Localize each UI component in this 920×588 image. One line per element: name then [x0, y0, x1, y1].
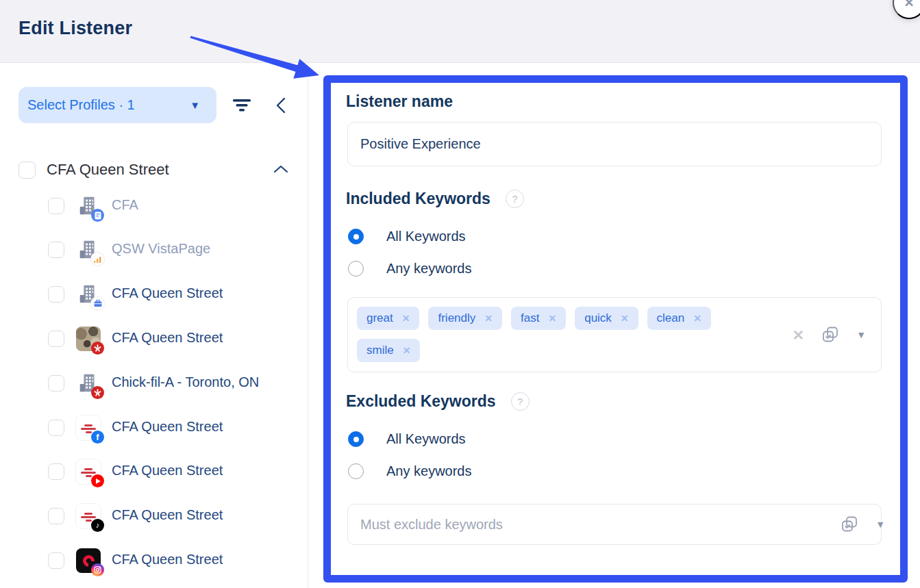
included-keywords-input[interactable]: great✕ friendly✕ fast✕ quick✕ clean✕ smi…	[347, 297, 882, 372]
excluded-keywords-header: Excluded Keywords ?	[346, 392, 530, 411]
radio-label: All Keywords	[386, 229, 466, 244]
included-all-keywords-option[interactable]: All Keywords	[348, 229, 466, 244]
radio-label: Any keywords	[386, 463, 472, 479]
chevron-up-icon[interactable]	[272, 161, 290, 179]
remove-keyword-icon[interactable]: ✕	[621, 313, 629, 324]
instagram-icon	[91, 563, 104, 576]
excluded-keywords-input[interactable]	[347, 504, 882, 545]
profile-label: CFA Queen Street	[112, 507, 223, 523]
keyword-chip: clean✕	[647, 307, 711, 330]
profile-checkbox[interactable]	[48, 508, 64, 524]
profile-label: CFA	[112, 197, 138, 213]
select-profiles-dropdown[interactable]: Select Profiles · 1 ▼	[18, 87, 216, 123]
building-avatar	[76, 282, 101, 307]
excluded-keywords-title: Excluded Keywords	[346, 392, 496, 411]
profile-row[interactable]: CFA Queen Street	[0, 459, 308, 486]
brand-logo-avatar	[76, 459, 101, 484]
radio-selected-icon[interactable]	[348, 229, 364, 244]
profile-checkbox[interactable]	[48, 420, 64, 436]
facebook-icon: f	[91, 431, 104, 444]
profile-row[interactable]: CFA Queen Street	[0, 281, 308, 309]
tiktok-icon: ♪	[91, 519, 104, 532]
remove-keyword-icon[interactable]: ✕	[484, 313, 493, 324]
profile-label: CFA Queen Street	[112, 285, 223, 301]
keyword-chips: great✕ friendly✕ fast✕ quick✕ clean✕ smi…	[357, 307, 771, 362]
brand-logo-avatar: ♪	[76, 504, 101, 528]
help-icon[interactable]: ?	[511, 392, 530, 411]
filter-icon[interactable]	[230, 94, 253, 116]
chevron-down-icon: ▼	[190, 99, 200, 111]
question-glyph: ?	[512, 194, 517, 205]
keyword-chip: quick✕	[575, 307, 638, 330]
radio-label: Any keywords	[386, 261, 472, 277]
remove-keyword-icon[interactable]: ✕	[403, 345, 411, 356]
remove-keyword-icon[interactable]: ✕	[548, 313, 556, 324]
radio-unselected-icon[interactable]	[348, 463, 364, 479]
chip-label: great	[366, 311, 393, 325]
chip-label: quick	[584, 311, 612, 325]
profile-label: CFA Queen Street	[112, 419, 223, 435]
clear-all-icon[interactable]: ✕	[793, 328, 805, 342]
profile-label: QSW VistaPage	[112, 241, 210, 257]
profile-row[interactable]: CFA Queen Street	[0, 326, 308, 353]
profile-row[interactable]: CFA Queen Street	[0, 548, 308, 575]
chip-label: friendly	[438, 311, 475, 325]
edit-listener-dialog: Edit Listener ✕ Select Profiles · 1 ▼ CF	[0, 0, 920, 588]
remove-keyword-icon[interactable]: ✕	[402, 313, 410, 324]
included-keywords-title: Included Keywords	[346, 190, 490, 208]
profile-checkbox[interactable]	[48, 242, 64, 258]
profile-row[interactable]: ♪ CFA Queen Street	[0, 503, 308, 531]
keyword-chip: fast✕	[511, 307, 566, 330]
included-keywords-header: Included Keywords ?	[346, 190, 524, 208]
profile-group-row[interactable]: CFA Queen Street	[0, 157, 308, 185]
profile-label: CFA Queen Street	[112, 552, 223, 567]
profile-row[interactable]: CFA	[0, 193, 308, 220]
brand-logo-avatar: f	[76, 416, 101, 440]
keyword-chip: friendly✕	[428, 307, 502, 330]
question-glyph: ?	[517, 396, 523, 407]
excluded-all-keywords-option[interactable]: All Keywords	[348, 431, 466, 447]
brand-logo-avatar	[76, 548, 101, 573]
copy-keywords-icon[interactable]	[840, 515, 859, 534]
radio-selected-icon[interactable]	[348, 431, 364, 447]
radio-unselected-icon[interactable]	[348, 261, 364, 277]
chevron-down-icon[interactable]: ▼	[856, 330, 866, 340]
radio-label: All Keywords	[386, 431, 466, 447]
profile-checkbox[interactable]	[48, 331, 64, 347]
listener-name-input[interactable]	[347, 122, 882, 166]
close-glyph: ✕	[904, 0, 914, 10]
yelp-icon	[91, 386, 104, 399]
youtube-icon	[91, 474, 104, 487]
keyword-chip: smile✕	[357, 339, 420, 362]
profile-checkbox[interactable]	[48, 375, 64, 392]
page-title: Edit Listener	[18, 18, 132, 39]
profile-checkbox[interactable]	[48, 286, 64, 303]
keyword-chip: great✕	[357, 307, 419, 330]
listener-name-label: Listener name	[346, 92, 453, 111]
chip-label: smile	[366, 344, 394, 357]
dialog-header: Edit Listener	[0, 0, 920, 63]
profile-row[interactable]: Chick-fil-A - Toronto, ON	[0, 370, 308, 398]
chevron-down-icon[interactable]: ▼	[875, 520, 885, 529]
clear-glyph: ✕	[793, 327, 805, 343]
excluded-any-keywords-option[interactable]: Any keywords	[348, 463, 472, 479]
group-checkbox[interactable]	[18, 162, 36, 179]
google-business-icon	[91, 297, 104, 310]
included-any-keywords-option[interactable]: Any keywords	[348, 261, 472, 277]
profile-checkbox[interactable]	[48, 198, 64, 214]
profile-row[interactable]: f CFA Queen Street	[0, 415, 308, 442]
group-label: CFA Queen Street	[47, 161, 169, 179]
help-icon[interactable]: ?	[506, 190, 524, 208]
copy-keywords-icon[interactable]	[821, 325, 840, 344]
remove-keyword-icon[interactable]: ✕	[693, 313, 701, 324]
caret-glyph: ▼	[856, 329, 866, 340]
collapse-sidebar-icon[interactable]	[270, 94, 292, 116]
profile-row[interactable]: QSW VistaPage	[0, 237, 308, 264]
profile-checkbox[interactable]	[48, 463, 64, 480]
building-avatar	[76, 371, 101, 396]
select-profiles-label: Select Profiles · 1	[27, 97, 135, 113]
listener-form-panel: Listener name Included Keywords ? All Ke…	[323, 75, 908, 583]
analytics-icon	[91, 253, 104, 266]
profile-checkbox[interactable]	[48, 552, 64, 569]
photo-avatar	[76, 327, 101, 351]
